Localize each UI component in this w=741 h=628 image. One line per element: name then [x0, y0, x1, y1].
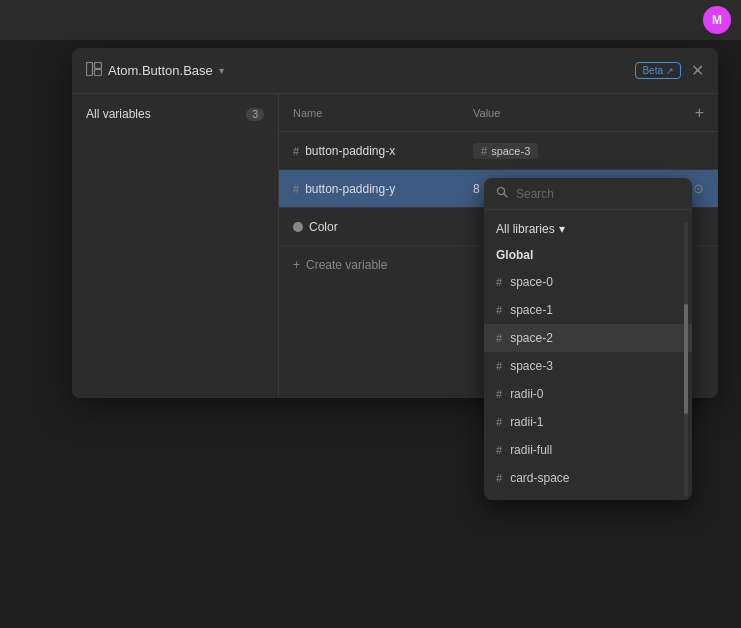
sidebar: All variables 3 — [72, 94, 279, 398]
row-name: # button-padding-x — [293, 144, 473, 158]
search-input[interactable] — [516, 187, 680, 201]
value-picker-dropdown: All libraries ▾ Global # space-0 # space… — [484, 178, 692, 500]
svg-line-4 — [504, 194, 507, 197]
item-label: radii-0 — [510, 387, 543, 401]
row-name: # button-padding-y — [293, 182, 473, 196]
row-value: # space-3 — [473, 143, 704, 159]
number-type-icon: # — [496, 388, 502, 400]
item-label: card-space — [510, 471, 569, 485]
svg-point-3 — [498, 188, 505, 195]
dropdown-item[interactable]: # space-1 — [484, 296, 692, 324]
library-selector[interactable]: All libraries ▾ — [484, 218, 692, 240]
svg-rect-0 — [87, 63, 93, 76]
color-type-icon — [293, 222, 303, 232]
item-label: radii-1 — [510, 415, 543, 429]
external-link-icon: ↗ — [666, 66, 674, 76]
sidebar-label: All variables — [86, 107, 151, 121]
svg-rect-1 — [95, 63, 102, 69]
create-label: + Create variable — [293, 258, 387, 272]
create-label-text: Create variable — [306, 258, 387, 272]
variable-name: button-padding-x — [305, 144, 395, 158]
dropdown-item[interactable]: # space-2 — [484, 324, 692, 352]
variable-name: button-padding-y — [305, 182, 395, 196]
col-value-header: Value — [473, 107, 695, 119]
item-label: radii-full — [510, 443, 552, 457]
svg-rect-2 — [95, 70, 102, 76]
dropdown-item[interactable]: # radii-full — [484, 436, 692, 464]
scrollbar-track — [684, 222, 688, 496]
value-hash-icon: # — [481, 145, 487, 157]
layout-icon[interactable] — [86, 62, 102, 79]
table-row[interactable]: # button-padding-x # space-3 — [279, 132, 718, 170]
table-header: Name Value + — [279, 94, 718, 132]
dropdown-item[interactable]: # space-0 — [484, 268, 692, 296]
modal-header: Atom.Button.Base ▾ Beta ↗ ✕ — [72, 48, 718, 94]
number-type-icon: # — [293, 183, 299, 195]
dropdown-item[interactable]: # radii-1 — [484, 408, 692, 436]
number-type-icon: # — [293, 145, 299, 157]
number-type-icon: # — [496, 332, 502, 344]
chevron-down-icon: ▾ — [559, 222, 565, 236]
item-label: space-3 — [510, 359, 553, 373]
modal-title: Atom.Button.Base — [108, 63, 213, 78]
beta-badge: Beta ↗ — [635, 62, 681, 79]
variable-count-badge: 3 — [246, 108, 264, 121]
dropdown-item[interactable]: # card-space — [484, 464, 692, 492]
variable-name: Color — [309, 220, 338, 234]
avatar: M — [703, 6, 731, 34]
dropdown-item[interactable]: # space-3 — [484, 352, 692, 380]
variable-value: 8 — [473, 182, 480, 196]
close-button[interactable]: ✕ — [691, 63, 704, 79]
sidebar-header: All variables 3 — [72, 94, 278, 134]
add-variable-button[interactable]: + — [695, 104, 704, 122]
number-type-icon: # — [496, 472, 502, 484]
top-bar: M — [0, 0, 741, 40]
header-left: Atom.Button.Base ▾ — [86, 62, 224, 79]
dropdown-search — [484, 178, 692, 210]
chevron-down-icon[interactable]: ▾ — [219, 65, 224, 76]
plus-icon: + — [293, 258, 300, 272]
search-icon — [496, 186, 508, 201]
header-right: Beta ↗ ✕ — [635, 62, 704, 79]
dropdown-section: All libraries ▾ Global # space-0 # space… — [484, 210, 692, 500]
beta-label: Beta — [642, 65, 663, 76]
row-name: Color — [293, 220, 473, 234]
number-type-icon: # — [496, 304, 502, 316]
value-tag: # space-3 — [473, 143, 538, 159]
scrollbar-thumb[interactable] — [684, 304, 688, 414]
number-type-icon: # — [496, 444, 502, 456]
number-type-icon: # — [496, 276, 502, 288]
dropdown-item[interactable]: # radii-0 — [484, 380, 692, 408]
item-label: space-2 — [510, 331, 553, 345]
number-type-icon: # — [496, 360, 502, 372]
clock-icon: ⊙ — [693, 181, 704, 196]
item-label: space-0 — [510, 275, 553, 289]
number-type-icon: # — [496, 416, 502, 428]
section-title: Global — [484, 244, 692, 268]
item-label: space-1 — [510, 303, 553, 317]
col-name-header: Name — [293, 107, 473, 119]
variable-value: space-3 — [491, 145, 530, 157]
library-label: All libraries — [496, 222, 555, 236]
